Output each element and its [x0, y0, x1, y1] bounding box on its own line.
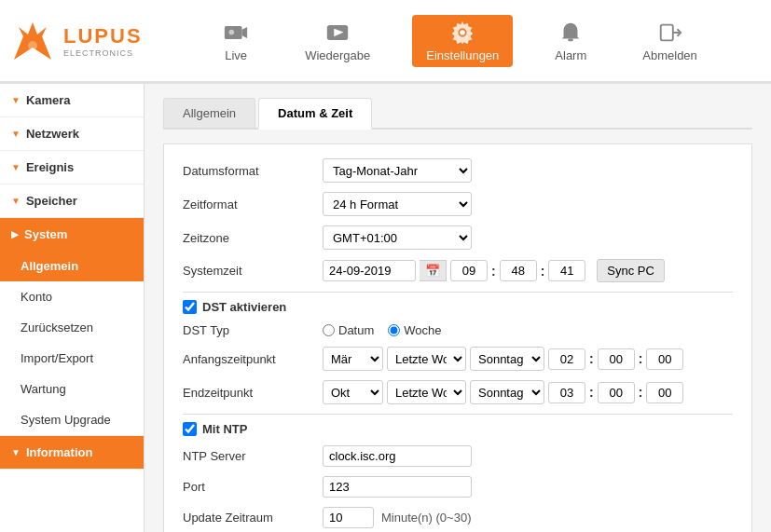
sidebar-speicher-label: Speicher	[26, 194, 77, 208]
sidebar-item-allgemein[interactable]: Allgemein	[0, 251, 144, 281]
sidebar-netzwerk-label: Netzwerk	[26, 127, 79, 141]
sidebar-system-label: System	[24, 227, 67, 241]
dst-typ-woche-option[interactable]: Woche	[388, 323, 441, 337]
sidebar-header-speicher[interactable]: ▼ Speicher	[0, 184, 144, 217]
zeitformat-select[interactable]: 24 h Format 12 h Format	[323, 192, 472, 216]
anfang-month-select[interactable]: JanFebMärApr MaiJunJulAug SepOktNovDez	[323, 347, 383, 371]
anfang-min-input[interactable]	[598, 348, 635, 370]
nav-live[interactable]: Live	[209, 15, 263, 67]
colon-1: :	[491, 264, 496, 279]
sidebar-header-kamera[interactable]: ▼ Kamera	[0, 84, 144, 116]
endzeitpunkt-row: Endzeitpunkt JanFebMärApr MaiJunJulAug S…	[183, 380, 733, 404]
end-week-select[interactable]: Erste WoZweite WoDritte Wo Vierte WoLetz…	[387, 380, 466, 404]
dst-woche-radio[interactable]	[388, 324, 400, 336]
nav-wiedergabe[interactable]: Wiedergabe	[291, 15, 384, 67]
zeitzone-select[interactable]: GMT+01:00 GMT+00:00 GMT-01:00	[323, 225, 472, 250]
update-zeitraum-label: Update Zeitraum	[183, 511, 323, 525]
nav-item-alarm[interactable]: Alarm	[541, 15, 600, 67]
sidebar-header-system[interactable]: ▶ System	[0, 218, 144, 251]
mit-ntp-checkbox[interactable]	[183, 422, 197, 436]
ereignis-arrow-icon: ▼	[11, 162, 21, 172]
systemzeit-hour-input[interactable]	[450, 260, 488, 281]
main-layout: ▼ Kamera ▼ Netzwerk ▼ Ereignis ▼ Speiche…	[0, 84, 771, 532]
nav-item-live[interactable]: Live	[209, 15, 263, 67]
svg-marker-3	[242, 26, 248, 37]
anfang-hour-input[interactable]	[548, 348, 585, 370]
sidebar: ▼ Kamera ▼ Netzwerk ▼ Ereignis ▼ Speiche…	[0, 84, 145, 532]
end-colon-2: :	[639, 385, 643, 400]
end-sec-input[interactable]	[646, 382, 683, 403]
sidebar-item-importexport[interactable]: Import/Export	[0, 343, 144, 374]
systemzeit-label: Systemzeit	[183, 264, 323, 278]
update-zeitraum-hint: Minute(n) (0~30)	[381, 511, 471, 525]
sidebar-header-information[interactable]: ▼ Information	[0, 436, 144, 469]
content-area: Allgemein Datum & Zeit Datumsformat Tag-…	[145, 84, 771, 532]
sync-pc-button[interactable]: Sync PC	[597, 259, 665, 282]
sidebar-item-wartung[interactable]: Wartung	[0, 374, 144, 404]
logo-wolf-icon	[9, 18, 56, 64]
netzwerk-arrow-icon: ▼	[11, 129, 21, 139]
nav-abmelden-label: Abmelden	[642, 48, 697, 62]
nav-item-abmelden[interactable]: Abmelden	[628, 15, 711, 67]
end-hour-input[interactable]	[548, 382, 585, 403]
dst-datum-radio[interactable]	[323, 324, 335, 336]
sidebar-section-ereignis: ▼ Ereignis	[0, 151, 144, 184]
tab-datum-zeit[interactable]: Datum & Zeit	[258, 98, 372, 130]
sidebar-section-information: ▼ Information	[0, 436, 144, 470]
sidebar-kamera-label: Kamera	[26, 93, 71, 107]
update-zeitraum-inputs: Minute(n) (0~30)	[323, 507, 471, 528]
anfang-day-select[interactable]: MontagDienstagMittwoch DonnerstagFreitag…	[470, 347, 544, 371]
port-row: Port	[183, 476, 733, 498]
sidebar-header-netzwerk[interactable]: ▼ Netzwerk	[0, 117, 144, 150]
svg-point-4	[229, 29, 235, 34]
systemzeit-sec-input[interactable]	[548, 260, 585, 281]
dst-woche-label: Woche	[404, 323, 441, 337]
sidebar-section-kamera: ▼ Kamera	[0, 84, 144, 117]
dst-aktivieren-checkbox[interactable]	[183, 300, 197, 314]
nav-alarm-label: Alarm	[555, 48, 586, 62]
zeitformat-row: Zeitformat 24 h Format 12 h Format	[183, 192, 733, 216]
svg-point-1	[28, 41, 37, 50]
play-icon	[324, 20, 351, 46]
end-min-input[interactable]	[598, 382, 635, 403]
ntp-server-label: NTP Server	[183, 449, 323, 463]
colon-2: :	[541, 264, 545, 279]
nav-item-einstellungen[interactable]: Einstellungen	[412, 15, 513, 67]
systemzeit-min-input[interactable]	[500, 260, 537, 281]
sidebar-item-konto[interactable]: Konto	[0, 281, 144, 312]
port-input[interactable]	[323, 476, 472, 498]
sidebar-item-zuruecksetzen[interactable]: Zurücksetzen	[0, 312, 144, 343]
nav-einstellungen[interactable]: Einstellungen	[412, 15, 513, 67]
zeitzone-label: Zeitzone	[183, 231, 323, 245]
nav-abmelden[interactable]: Abmelden	[628, 15, 711, 67]
bell-icon	[558, 20, 584, 46]
ntp-server-input[interactable]	[323, 445, 472, 467]
datumsformat-select[interactable]: Tag-Monat-Jahr Monat-Tag-Jahr Jahr-Monat…	[323, 158, 472, 183]
calendar-icon[interactable]: 📅	[420, 260, 447, 281]
systemzeit-inputs: 📅 : : Sync PC	[323, 259, 665, 282]
nav-item-wiedergabe[interactable]: Wiedergabe	[291, 15, 384, 67]
dst-aktivieren-label: DST aktivieren	[202, 300, 286, 314]
logo-electronics: ELECTRONICS	[63, 48, 143, 58]
sidebar-header-ereignis[interactable]: ▼ Ereignis	[0, 151, 144, 184]
end-day-select[interactable]: MontagDienstagMittwoch DonnerstagFreitag…	[470, 380, 544, 404]
anfang-colon-1: :	[589, 351, 594, 366]
anfang-sec-input[interactable]	[646, 348, 683, 370]
tab-allgemein[interactable]: Allgemein	[163, 98, 255, 128]
camera-icon	[223, 20, 249, 46]
top-navigation: LUPUS ELECTRONICS Live Wiede	[0, 0, 771, 84]
anfang-week-select[interactable]: Erste WoZweite WoDritte Wo Vierte WoLetz…	[387, 347, 466, 371]
nav-alarm[interactable]: Alarm	[541, 15, 600, 67]
update-zeitraum-input[interactable]	[323, 507, 374, 528]
datumsformat-row: Datumsformat Tag-Monat-Jahr Monat-Tag-Ja…	[183, 158, 733, 183]
zeitzone-row: Zeitzone GMT+01:00 GMT+00:00 GMT-01:00	[183, 225, 733, 250]
sidebar-section-system: ▶ System Allgemein Konto Zurücksetzen Im…	[0, 218, 144, 436]
port-label: Port	[183, 480, 323, 494]
nav-live-label: Live	[225, 48, 247, 62]
sidebar-item-systemupgrade[interactable]: System Upgrade	[0, 404, 144, 435]
dst-typ-datum-option[interactable]: Datum	[323, 323, 374, 337]
tabs: Allgemein Datum & Zeit	[163, 98, 752, 130]
dst-typ-row: DST Typ Datum Woche	[183, 323, 733, 337]
end-month-select[interactable]: JanFebMärApr MaiJunJulAug SepOktNovDez	[323, 380, 383, 404]
systemzeit-date-input[interactable]	[323, 260, 416, 281]
